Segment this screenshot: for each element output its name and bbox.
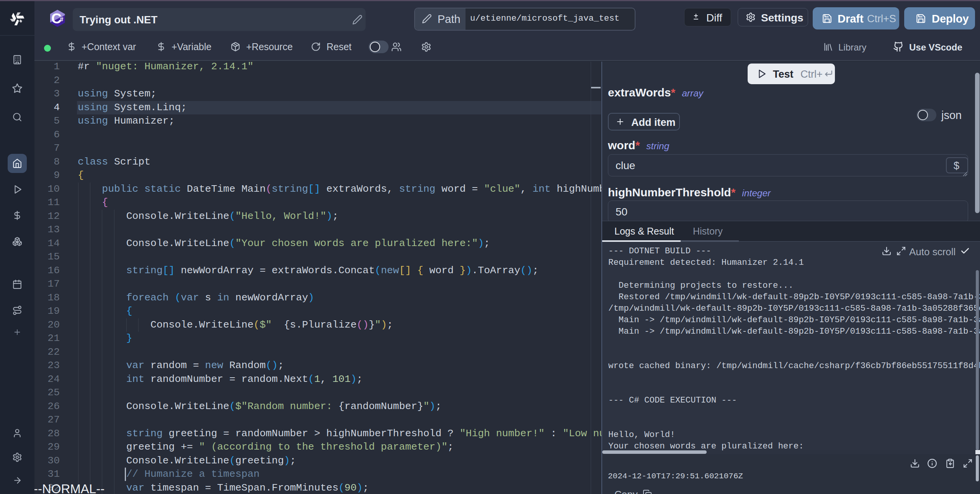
svg-text:#: #	[60, 16, 64, 23]
